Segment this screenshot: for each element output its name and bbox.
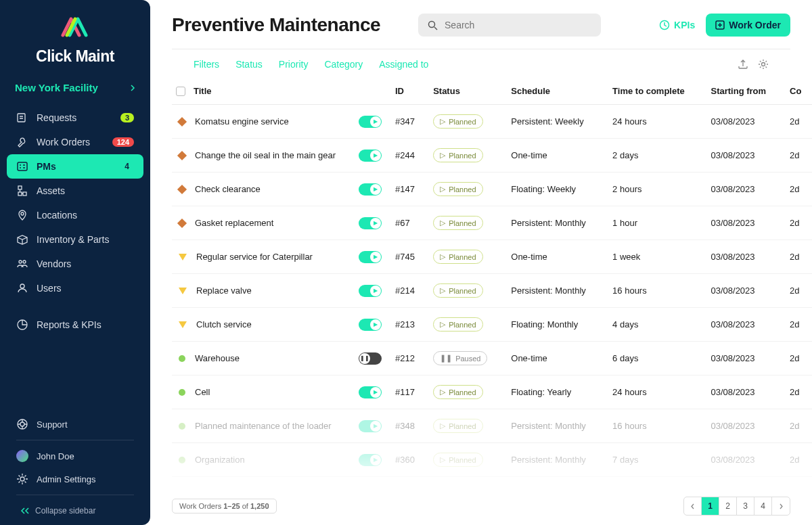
- export-icon[interactable]: [738, 59, 748, 70]
- nav-label: Admin Settings: [37, 474, 95, 484]
- nav-locations[interactable]: Locations: [7, 203, 143, 227]
- status-pill: ▷Planned: [433, 385, 482, 399]
- row-date: 03/08/2023: [704, 173, 783, 206]
- row-toggle[interactable]: ▶: [359, 319, 382, 331]
- page-prev[interactable]: [684, 497, 702, 515]
- row-schedule: Floating: Yearly: [504, 375, 606, 409]
- page-next[interactable]: [772, 497, 790, 515]
- table-row[interactable]: Komatsu engine service ▶ #347 ▷Planned P…: [172, 105, 812, 139]
- collapse-sidebar[interactable]: Collapse sidebar: [7, 499, 143, 525]
- chevron-right-icon: [130, 85, 135, 91]
- row-id: #360: [388, 443, 426, 477]
- priority-icon: [179, 254, 187, 260]
- row-toggle[interactable]: ▶: [359, 217, 382, 229]
- nav-support[interactable]: Support: [7, 413, 143, 436]
- col-id[interactable]: ID: [388, 78, 426, 105]
- row-co: 2d: [783, 274, 812, 308]
- filter-category[interactable]: Category: [324, 59, 363, 70]
- svg-point-5: [21, 212, 24, 215]
- status-icon: ▷: [440, 388, 445, 396]
- filter-status[interactable]: Status: [235, 59, 263, 70]
- row-toggle[interactable]: ▶: [359, 116, 382, 128]
- work-order-button[interactable]: Work Order: [706, 14, 790, 37]
- nav-user[interactable]: John Doe: [7, 444, 143, 467]
- priority-icon: [179, 389, 185, 396]
- table-row[interactable]: Gasket replacement ▶ #67 ▷Planned Persis…: [172, 206, 812, 240]
- row-schedule: Persistent: Monthly: [504, 443, 606, 477]
- table-row[interactable]: Check clearance ▶ #147 ▷Planned Floating…: [172, 173, 812, 206]
- col-co[interactable]: Co: [783, 78, 812, 105]
- status-pill: ▷Planned: [433, 148, 482, 162]
- filter-filters[interactable]: Filters: [194, 59, 219, 70]
- page-3[interactable]: 3: [737, 497, 754, 515]
- filter-priority[interactable]: Priority: [279, 59, 309, 70]
- page-title: Preventive Maintenance: [172, 14, 380, 36]
- col-title[interactable]: Title: [172, 78, 388, 105]
- nav-work-orders[interactable]: Work Orders 124: [7, 130, 143, 154]
- row-toggle[interactable]: ▶: [359, 420, 382, 432]
- row-co: 2d: [783, 173, 812, 206]
- status-icon: ▷: [440, 219, 445, 227]
- nav-requests[interactable]: Requests 3: [7, 106, 143, 130]
- row-time: 2 days: [606, 139, 704, 173]
- row-time: 24 hours: [606, 375, 704, 409]
- nav-vendors[interactable]: Vendors: [7, 252, 143, 276]
- facility-selector[interactable]: New York Facility: [0, 72, 150, 100]
- col-starting[interactable]: Starting from: [704, 78, 783, 105]
- filter-assigned[interactable]: Assigned to: [379, 59, 428, 70]
- svg-rect-4: [23, 192, 26, 196]
- settings-icon[interactable]: [758, 59, 769, 70]
- page-4[interactable]: 4: [754, 497, 772, 515]
- nav-admin[interactable]: Admin Settings: [7, 467, 143, 490]
- status-pill: ▷Planned: [433, 250, 482, 264]
- pagination: 1234: [683, 497, 790, 516]
- row-toggle[interactable]: ▶: [359, 454, 382, 466]
- nav-users[interactable]: Users: [7, 276, 143, 300]
- row-toggle[interactable]: ▶: [359, 183, 382, 196]
- status-pill: ▷Planned: [433, 283, 482, 298]
- row-time: 7 days: [606, 443, 704, 477]
- nav-pms[interactable]: PMs 4: [7, 154, 143, 179]
- svg-point-11: [20, 422, 24, 426]
- table-row[interactable]: Clutch service ▶ #213 ▷Planned Floating:…: [172, 308, 812, 342]
- nav-label: Users: [37, 283, 62, 294]
- row-date: 03/08/2023: [704, 139, 783, 173]
- table-row[interactable]: Warehouse ❚❚ #212 ❚❚Paused One-time 6 da…: [172, 342, 812, 375]
- row-id: #244: [388, 139, 426, 173]
- page-1[interactable]: 1: [702, 497, 719, 515]
- toggle-knob: ▶: [370, 184, 381, 195]
- table-row[interactable]: Replace valve ▶ #214 ▷Planned Persistent…: [172, 274, 812, 308]
- col-time[interactable]: Time to complete: [606, 78, 704, 105]
- table-row[interactable]: Organization ▶ #360 ▷Planned Persistent:…: [172, 443, 812, 477]
- col-status[interactable]: Status: [426, 78, 504, 105]
- row-time: 16 hours: [606, 274, 704, 308]
- row-toggle[interactable]: ▶: [359, 386, 382, 398]
- row-schedule: Floating: Weekly: [504, 173, 606, 206]
- nav-inventory[interactable]: Inventory & Parts: [7, 227, 143, 252]
- row-title: Gasket replacement: [195, 218, 273, 228]
- table-row[interactable]: Regular service for Caterpillar ▶ #745 ▷…: [172, 240, 812, 274]
- kpis-link[interactable]: KPIs: [659, 20, 695, 30]
- row-toggle[interactable]: ▶: [359, 251, 382, 263]
- row-toggle[interactable]: ❚❚: [359, 352, 382, 365]
- nav-reports[interactable]: Reports & KPIs: [7, 313, 143, 337]
- table-row[interactable]: Change the oil seal in the main gear ▶ #…: [172, 139, 812, 173]
- svg-rect-3: [18, 192, 22, 196]
- row-time: 24 hours: [606, 105, 704, 139]
- row-toggle[interactable]: ▶: [359, 150, 382, 162]
- table-row[interactable]: Planned maintenance of the loader ▶ #348…: [172, 409, 812, 443]
- search-input[interactable]: [445, 20, 591, 30]
- row-title: Regular service for Caterpillar: [196, 252, 313, 262]
- priority-icon: [179, 457, 185, 463]
- col-schedule[interactable]: Schedule: [504, 78, 606, 105]
- row-toggle[interactable]: ▶: [359, 285, 382, 297]
- select-all-checkbox[interactable]: [176, 87, 185, 96]
- row-schedule: Floating: Monthly: [504, 308, 606, 342]
- collapse-label: Collapse sidebar: [35, 506, 95, 516]
- page-2[interactable]: 2: [719, 497, 737, 515]
- divider: [16, 440, 134, 440]
- nav-assets[interactable]: Assets: [7, 179, 143, 203]
- search-box[interactable]: [418, 14, 601, 37]
- priority-icon: [179, 423, 185, 430]
- table-row[interactable]: Cell ▶ #117 ▷Planned Floating: Yearly 24…: [172, 375, 812, 409]
